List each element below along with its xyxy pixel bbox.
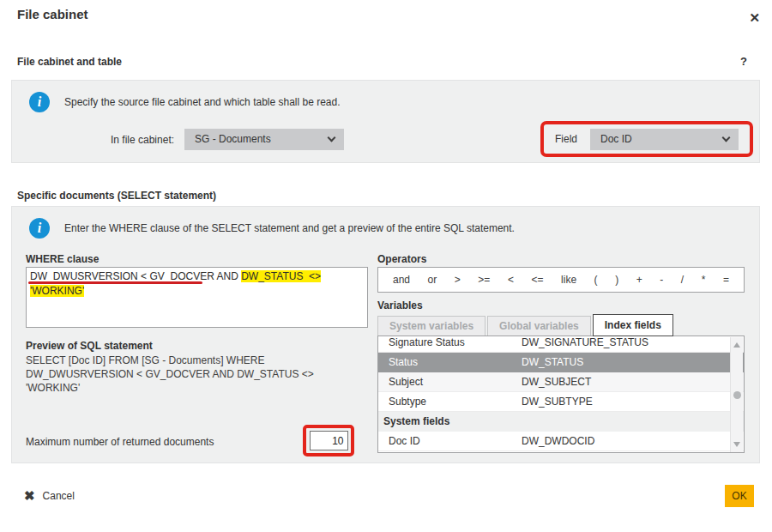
variable-name: Subject (389, 372, 423, 392)
variable-name: Status (389, 353, 418, 372)
page-title: File cabinet (17, 7, 88, 21)
variables-table-rows: Signature StatusDW_SIGNATURE_STATUSStatu… (378, 336, 744, 451)
operators-label: Operators (377, 253, 426, 265)
preview-sql-line: DW_DWUSRVERSION < GV_DOCVER AND DW_STATU… (26, 367, 314, 381)
variable-name: Doc ID (389, 432, 420, 451)
scroll-down-icon[interactable] (733, 442, 740, 447)
operator-button[interactable]: like (561, 274, 576, 286)
operators-toolbar: andor>>=<<=like()+-/*= (377, 267, 745, 293)
info-icon: i (29, 92, 50, 112)
variables-tabs: System variablesGlobal variablesIndex fi… (377, 314, 675, 336)
operator-button[interactable]: - (660, 274, 663, 286)
field-select-value: Doc ID (600, 133, 632, 145)
close-icon[interactable]: ✕ (749, 10, 760, 26)
operator-button[interactable]: + (636, 274, 642, 286)
tab-index-fields[interactable]: Index fields (593, 314, 673, 336)
preview-sql-label: Preview of SQL statement (26, 340, 153, 352)
tab-global-variables[interactable]: Global variables (487, 316, 591, 336)
ok-button[interactable]: OK (725, 485, 754, 507)
where-clause-label: WHERE clause (26, 253, 99, 265)
variable-name: Signature Status (389, 336, 465, 353)
variables-label: Variables (377, 299, 423, 311)
operator-button[interactable]: ( (594, 274, 598, 286)
field-label: Field (555, 133, 577, 145)
tab-system-variables[interactable]: System variables (377, 316, 486, 336)
panel1-info-text: Specify the source file cabinet and whic… (64, 96, 341, 108)
scrollbar-thumb[interactable] (733, 391, 741, 399)
table-row[interactable]: Signature StatusDW_SIGNATURE_STATUS (378, 336, 744, 353)
operator-button[interactable]: ) (615, 274, 618, 286)
cancel-button[interactable]: ✖ Cancel (24, 488, 75, 504)
scrollbar[interactable] (730, 337, 743, 452)
where-clause-part1: DW_DWUSRVERSION < GV_DOCVER AND (30, 270, 241, 282)
operator-button[interactable]: / (681, 274, 684, 286)
variable-db-field: DW_SUBJECT (522, 372, 591, 392)
table-row[interactable]: SubjectDW_SUBJECT (378, 372, 744, 392)
preview-sql-text: SELECT [Doc ID] FROM [SG - Documents] WH… (26, 354, 314, 395)
variable-name: Subtype (389, 392, 426, 412)
file-cabinet-dialog: File cabinet ✕ File cabinet and table ? … (0, 0, 772, 532)
variable-db-field: DW_DWDOCID (522, 432, 594, 451)
file-cabinet-label: In file cabinet: (111, 134, 174, 146)
field-select[interactable]: Doc ID (590, 129, 739, 150)
red-underline-annotation (28, 281, 202, 284)
operator-button[interactable]: = (723, 274, 729, 286)
operator-button[interactable]: <= (531, 274, 543, 286)
operator-button[interactable]: * (702, 274, 706, 286)
variables-table: Signature StatusDW_SIGNATURE_STATUSStatu… (377, 336, 745, 453)
help-icon[interactable]: ? (740, 55, 747, 68)
info-icon: i (29, 218, 50, 239)
file-cabinet-select-value: SG - Documents (195, 133, 271, 145)
annotation-box-field: Field Doc ID (540, 121, 753, 157)
panel2-info-text: Enter the WHERE clause of the SELECT sta… (64, 222, 515, 234)
where-clause-highlight2: 'WORKING' (30, 285, 84, 297)
variable-db-field: DW_STATUS (522, 353, 583, 372)
preview-sql-line: 'WORKING' (26, 381, 314, 395)
max-docs-input[interactable] (310, 431, 348, 450)
operator-button[interactable]: or (428, 274, 437, 286)
where-clause-textarea[interactable]: DW_DWUSRVERSION < GV_DOCVER AND DW_STATU… (26, 267, 368, 328)
section-title-specific-documents: Specific documents (SELECT statement) (17, 190, 216, 202)
chevron-down-icon (328, 134, 336, 142)
table-group-header: System fields (378, 412, 744, 432)
table-row[interactable]: Doc IDDW_DWDOCID (378, 432, 744, 451)
section-title-file-cabinet-and-table: File cabinet and table (17, 56, 122, 68)
table-row[interactable]: StatusDW_STATUS (378, 353, 744, 372)
variable-db-field: DW_SIGNATURE_STATUS (522, 336, 648, 353)
operator-button[interactable]: > (455, 274, 461, 286)
variable-db-field: DW_SUBTYPE (522, 392, 593, 412)
annotation-box-max-docs (303, 425, 354, 456)
scroll-up-icon[interactable] (733, 342, 740, 348)
operator-button[interactable]: and (393, 274, 410, 286)
max-docs-label: Maximum number of returned documents (26, 436, 214, 448)
cancel-x-icon: ✖ (24, 488, 35, 504)
cancel-label: Cancel (43, 490, 75, 502)
preview-sql-line: SELECT [Doc ID] FROM [SG - Documents] WH… (26, 354, 314, 367)
chevron-down-icon (722, 133, 731, 142)
where-clause-highlight1: DW_STATUS <> (241, 270, 321, 282)
operator-button[interactable]: < (508, 274, 514, 286)
file-cabinet-select[interactable]: SG - Documents (184, 129, 344, 150)
table-row[interactable]: SubtypeDW_SUBTYPE (378, 392, 744, 412)
operator-button[interactable]: >= (478, 274, 490, 286)
